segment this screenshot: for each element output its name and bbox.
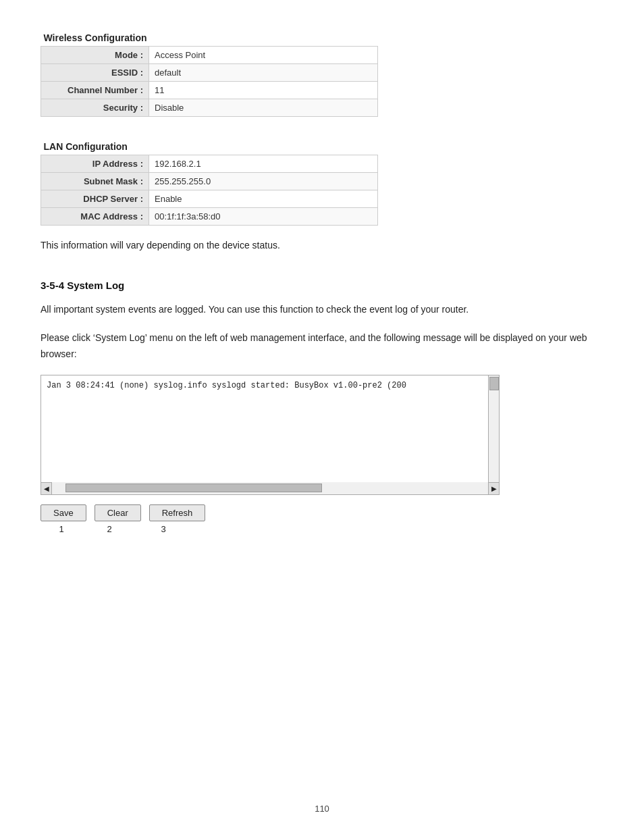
lan-row: IP Address : 192.168.2.1 — [41, 155, 378, 173]
system-log-para1: All important system events are logged. … — [41, 302, 603, 318]
scroll-h-track[interactable] — [52, 482, 488, 494]
number-labels-row: 1 2 3 — [41, 524, 603, 534]
wireless-row: ESSID : default — [41, 64, 378, 82]
log-scroll-thumb-v[interactable] — [489, 377, 499, 390]
lan-section-title: LAN Configuration — [41, 136, 378, 155]
lan-label-2: DHCP Server : — [41, 190, 149, 208]
wireless-label-1: ESSID : — [41, 64, 149, 82]
lan-label-1: Subnet Mask : — [41, 173, 149, 190]
log-scrollbar-horizontal-container: ◀ ▶ — [41, 483, 500, 495]
wireless-value-1: default — [149, 64, 378, 82]
wireless-label-0: Mode : — [41, 47, 149, 64]
lan-value-1: 255.255.255.0 — [149, 173, 378, 190]
wireless-row: Security : Disable — [41, 99, 378, 117]
lan-row: Subnet Mask : 255.255.255.0 — [41, 173, 378, 190]
log-scrollbar-vertical[interactable] — [488, 375, 499, 482]
wireless-config-table: Wireless Configuration Mode : Access Poi… — [41, 27, 378, 117]
number-label-2: 2 — [82, 524, 136, 534]
lan-config-table: LAN Configuration IP Address : 192.168.2… — [41, 136, 378, 226]
lan-value-3: 00:1f:1f:3a:58:d0 — [149, 208, 378, 226]
info-text: This information will vary depending on … — [41, 238, 603, 253]
log-content: Jan 3 08:24:41 (none) syslog.info syslog… — [41, 375, 499, 396]
lan-value-0: 192.168.2.1 — [149, 155, 378, 173]
lan-row: DHCP Server : Enable — [41, 190, 378, 208]
scroll-right-arrow[interactable]: ▶ — [488, 482, 499, 494]
button-row: Save Clear Refresh — [41, 504, 603, 521]
log-box: Jan 3 08:24:41 (none) syslog.info syslog… — [41, 375, 500, 483]
lan-row: MAC Address : 00:1f:1f:3a:58:d0 — [41, 208, 378, 226]
wireless-row: Channel Number : 11 — [41, 82, 378, 99]
clear-button[interactable]: Clear — [95, 504, 141, 521]
lan-value-2: Enable — [149, 190, 378, 208]
wireless-value-3: Disable — [149, 99, 378, 117]
wireless-section-title: Wireless Configuration — [41, 27, 378, 47]
number-label-3: 3 — [136, 524, 190, 534]
scroll-h-thumb[interactable] — [65, 484, 322, 492]
system-log-para2: Please click ‘System Log’ menu on the le… — [41, 330, 603, 363]
wireless-value-0: Access Point — [149, 47, 378, 64]
save-button[interactable]: Save — [41, 504, 86, 521]
scroll-left-arrow[interactable]: ◀ — [41, 482, 52, 494]
number-label-1: 1 — [41, 524, 82, 534]
refresh-button[interactable]: Refresh — [149, 504, 206, 521]
wireless-value-2: 11 — [149, 82, 378, 99]
page-number: 110 — [315, 804, 329, 814]
system-log-heading: 3-5-4 System Log — [41, 280, 603, 291]
lan-label-3: MAC Address : — [41, 208, 149, 226]
wireless-label-2: Channel Number : — [41, 82, 149, 99]
wireless-row: Mode : Access Point — [41, 47, 378, 64]
wireless-label-3: Security : — [41, 99, 149, 117]
lan-label-0: IP Address : — [41, 155, 149, 173]
